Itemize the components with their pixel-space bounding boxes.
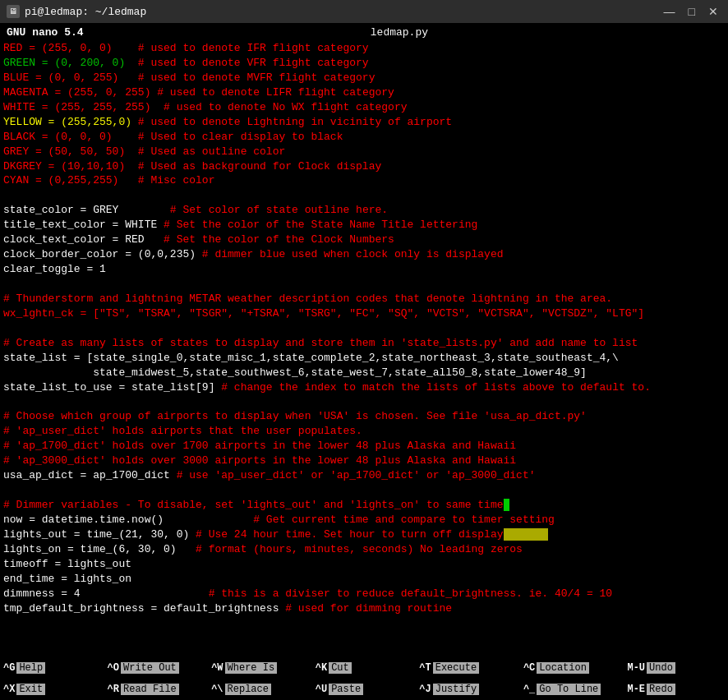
- shortcut-key-location: ^C: [523, 662, 535, 674]
- line-6: YELLOW = (255,255,0) # used to denote Li…: [3, 115, 725, 130]
- line-2: GREEN = (0, 200, 0) # used to denote VFR…: [3, 56, 725, 71]
- line-21: # Create as many lists of states to disp…: [3, 336, 725, 351]
- line-33: now = datetime.time.now() # Get current …: [3, 513, 725, 527]
- shortcut-label-cut: Cut: [329, 662, 352, 674]
- shortcut-label-readfile: Read File: [121, 684, 179, 695]
- shortcut-key-whereis: ^W: [211, 662, 223, 674]
- line-4: MAGENTA = (255, 0, 255) # used to denote…: [3, 85, 725, 100]
- title-bar-controls[interactable]: — □ ✕: [661, 5, 721, 18]
- shortcut-label-exit: Exit: [16, 684, 45, 695]
- shortcut-label-redo: Redo: [647, 684, 675, 695]
- shortcut-label-gotoline: Go To Line: [537, 684, 601, 695]
- shortcut-label-whereis: Where Is: [225, 662, 278, 674]
- line-22: state_list = [state_single_0,state_misc_…: [3, 351, 725, 366]
- line-35: lights_on = time_(6, 30, 0) # format (ho…: [3, 542, 725, 557]
- shortcut-label-execute: Execute: [433, 662, 479, 674]
- shortcut-key-execute: ^T: [419, 662, 431, 674]
- editor-area[interactable]: RED = (255, 0, 0) # used to denote IFR f…: [0, 41, 728, 657]
- line-26: # Choose which group of airports to disp…: [3, 409, 725, 424]
- shortcut-undo[interactable]: M-U Undo: [624, 657, 728, 679]
- shortcut-row-1: ^G Help ^O Write Out ^W Where Is ^K Cut …: [0, 657, 728, 679]
- line-31: [3, 483, 725, 498]
- shortcut-bar: ^G Help ^O Write Out ^W Where Is ^K Cut …: [0, 657, 728, 700]
- shortcut-redo[interactable]: M-E Redo: [624, 679, 728, 700]
- line-24: state_list_to_use = state_list[9] # chan…: [3, 380, 725, 395]
- shortcut-gotoline[interactable]: ^_ Go To Line: [520, 679, 624, 700]
- line-30: usa_ap_dict = ap_1700_dict # use 'ap_use…: [3, 468, 725, 483]
- shortcut-cut[interactable]: ^K Cut: [312, 657, 417, 679]
- shortcut-location[interactable]: ^C Location: [520, 657, 624, 679]
- line-17: [3, 277, 725, 292]
- shortcut-label-replace: Replace: [225, 684, 271, 695]
- minimize-button[interactable]: —: [661, 5, 679, 18]
- shortcut-readfile[interactable]: ^R Read File: [104, 679, 209, 700]
- line-10: CYAN = (0,255,255) # Misc color: [3, 173, 725, 188]
- app-icon: 🖥: [7, 5, 20, 18]
- shortcut-key-exit: ^X: [3, 684, 15, 695]
- line-8: GREY = (50, 50, 50) # Used as outline co…: [3, 145, 725, 159]
- line-27: # 'ap_user_dict' holds airports that the…: [3, 424, 725, 439]
- shortcut-key-paste: ^U: [316, 684, 327, 695]
- line-14: clock_text_color = RED # Set the color o…: [3, 233, 725, 247]
- line-19: wx_lghtn_ck = ["TS", "TSRA", "TSGR", "+T…: [3, 306, 725, 321]
- line-7: BLACK = (0, 0, 0) # Used to clear displa…: [3, 130, 725, 145]
- line-37: end_time = lights_on: [3, 572, 725, 587]
- line-13: title_text_color = WHITE # Set the color…: [3, 218, 725, 233]
- shortcut-key-readfile: ^R: [108, 684, 119, 695]
- shortcut-paste[interactable]: ^U Paste: [312, 679, 417, 700]
- line-36: timeoff = lights_out: [3, 557, 725, 572]
- line-15: clock_border_color = (0,0,235) # dimmer …: [3, 247, 725, 262]
- shortcut-replace[interactable]: ^\ Replace: [208, 679, 312, 700]
- title-bar-left: 🖥 pi@ledmap: ~/ledmap: [7, 5, 146, 18]
- nano-gnu-label: GNU nano 5.4: [7, 26, 84, 39]
- line-16: clear_toggle = 1: [3, 262, 725, 277]
- line-1: RED = (255, 0, 0) # used to denote IFR f…: [3, 41, 725, 56]
- line-29: # 'ap_3000_dict' holds over 3000 airport…: [3, 454, 725, 468]
- line-20: [3, 321, 725, 336]
- line-40: [3, 616, 725, 631]
- line-23: state_midwest_5,state_southwest_6,state_…: [3, 366, 725, 380]
- shortcut-key-justify: ^J: [419, 684, 431, 695]
- window-title: pi@ledmap: ~/ledmap: [25, 6, 146, 18]
- shortcut-key-undo: M-U: [627, 662, 645, 674]
- shortcut-row-2: ^X Exit ^R Read File ^\ Replace ^U Paste…: [0, 679, 728, 700]
- shortcut-key-replace: ^\: [211, 684, 223, 695]
- line-9: DKGREY = (10,10,10) # Used as background…: [3, 159, 725, 174]
- line-39: tmp_default_brightness = default_brightn…: [3, 601, 725, 616]
- shortcut-label-location: Location: [537, 662, 589, 674]
- line-11: [3, 188, 725, 203]
- shortcut-whereis[interactable]: ^W Where Is: [208, 657, 312, 679]
- shortcut-key-redo: M-E: [627, 684, 645, 695]
- line-28: # 'ap_1700_dict' holds over 1700 airport…: [3, 439, 725, 454]
- shortcut-key-help: ^G: [3, 662, 15, 674]
- title-bar: 🖥 pi@ledmap: ~/ledmap — □ ✕: [0, 0, 728, 23]
- shortcut-justify[interactable]: ^J Justify: [416, 679, 520, 700]
- window: 🖥 pi@ledmap: ~/ledmap — □ ✕ GNU nano 5.4…: [0, 0, 728, 700]
- line-25: [3, 395, 725, 410]
- shortcut-key-cut: ^K: [316, 662, 327, 674]
- nano-filename: ledmap.py: [371, 26, 428, 39]
- line-34: lights_out = time_(21, 30, 0) # Use 24 h…: [3, 527, 725, 542]
- shortcut-label-paste: Paste: [329, 684, 363, 695]
- shortcut-label-help: Help: [16, 662, 45, 674]
- maximize-button[interactable]: □: [685, 5, 698, 18]
- shortcut-exit[interactable]: ^X Exit: [0, 679, 104, 700]
- line-38: dimmness = 4 # this is a diviser to redu…: [3, 587, 725, 601]
- nano-header-right: .: [715, 26, 721, 39]
- shortcut-help[interactable]: ^G Help: [0, 657, 104, 679]
- line-12: state_color = GREY # Set color of state …: [3, 203, 725, 218]
- line-32: # Dimmer variables - To disable, set 'li…: [3, 498, 725, 513]
- shortcut-writeout[interactable]: ^O Write Out: [104, 657, 209, 679]
- shortcut-label-writeout: Write Out: [121, 662, 179, 674]
- shortcut-execute[interactable]: ^T Execute: [416, 657, 520, 679]
- close-button[interactable]: ✕: [705, 5, 721, 18]
- line-18: # Thunderstorm and lightning METAR weath…: [3, 292, 725, 306]
- shortcut-key-gotoline: ^_: [523, 684, 535, 695]
- line-5: WHITE = (255, 255, 255) # used to denote…: [3, 100, 725, 115]
- line-3: BLUE = (0, 0, 255) # used to denote MVFR…: [3, 71, 725, 85]
- shortcut-label-justify: Justify: [433, 684, 479, 695]
- shortcut-label-undo: Undo: [647, 662, 675, 674]
- shortcut-key-writeout: ^O: [108, 662, 119, 674]
